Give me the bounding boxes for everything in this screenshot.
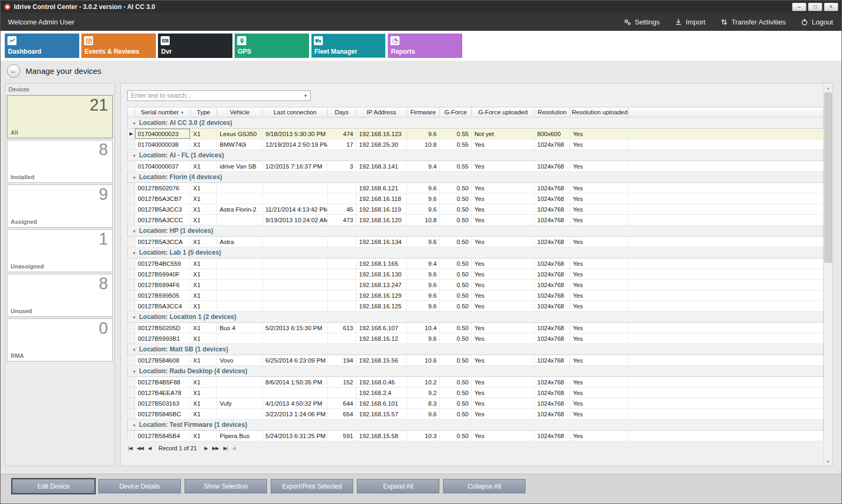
device-row[interactable]: 017040000038X1BMW740i12/19/2014 2:50:19 … bbox=[128, 139, 823, 150]
minimize-button[interactable]: – bbox=[792, 3, 806, 11]
column-header-g-force[interactable]: G-Force bbox=[440, 107, 472, 117]
device-row[interactable]: 00127B599505X1192.168.16.1299.60.50Yes10… bbox=[128, 290, 823, 301]
cell-resolution-uploaded: Yes bbox=[570, 333, 629, 344]
search-box[interactable]: ▼ bbox=[127, 90, 311, 101]
device-row[interactable]: 00127B50205DX1Bus 45/2/2013 6:15:30 PM61… bbox=[128, 323, 823, 333]
device-row[interactable]: 00127B5A3CCAX1Astra192.168.16.1349.60.50… bbox=[128, 237, 823, 247]
location-group-row[interactable]: ▾Location: Radu Desktop (4 devices) bbox=[128, 366, 823, 377]
tab-reports[interactable]: Reports bbox=[388, 33, 462, 58]
scroll-down-icon[interactable]: ▼ bbox=[824, 457, 832, 466]
collapse-group-icon[interactable]: ▾ bbox=[133, 423, 136, 428]
collapse-group-icon[interactable]: ▾ bbox=[133, 153, 136, 158]
device-row[interactable]: 00127B4BC559X1192.168.1.1659.40.50Yes102… bbox=[128, 258, 823, 269]
scroll-up-icon[interactable]: ▲ bbox=[824, 83, 832, 92]
cell-days bbox=[328, 333, 356, 344]
column-header-days[interactable]: Days bbox=[328, 107, 356, 117]
location-group-row[interactable]: ▾Location: Location 1 (2 devices) bbox=[128, 312, 823, 323]
logout-button[interactable]: Logout bbox=[801, 18, 833, 26]
device-row[interactable]: 00127B503163X1Vufy4/1/2013 4:50:32 PM644… bbox=[128, 398, 823, 409]
device-row[interactable]: 00127B59940FX1192.168.16.1309.60.50Yes10… bbox=[128, 269, 823, 280]
cell-firmware: 9.6 bbox=[407, 269, 440, 280]
cell-vehicle: Vovo bbox=[217, 355, 263, 366]
device-row[interactable]: 00127B5A3CC4X1192.168.16.1259.60.50Yes10… bbox=[128, 301, 823, 312]
expand-all-button[interactable]: Expand All bbox=[357, 479, 439, 493]
device-row[interactable]: 00127B5845BCX13/22/2013 1:24:06 PM654192… bbox=[128, 409, 823, 419]
location-group-row[interactable]: ▾Location: Test Firmware (1 devices) bbox=[128, 419, 823, 431]
pager-next-button-2[interactable]: ▶| bbox=[223, 446, 227, 451]
device-row[interactable]: ▶017040000023X1Lexus GS3509/18/2013 5:30… bbox=[128, 129, 823, 139]
location-group-row[interactable]: ▾Location: Lab 1 (5 devices) bbox=[128, 247, 823, 258]
column-header-serial-number[interactable]: Serial number▲ bbox=[135, 107, 190, 117]
edit-device-button[interactable]: Edit Device bbox=[12, 479, 95, 493]
import-button[interactable]: Import bbox=[674, 18, 705, 26]
collapse-group-icon[interactable]: ▾ bbox=[133, 175, 136, 180]
settings-button[interactable]: Settings bbox=[623, 18, 660, 26]
search-dropdown-icon[interactable]: ▼ bbox=[301, 91, 310, 100]
location-group-row[interactable]: ▾Location: AI CC 3.0 (2 devices) bbox=[128, 117, 823, 129]
tab-fleet-manager[interactable]: Fleet Manager bbox=[311, 33, 386, 58]
location-group-row[interactable]: ▾Location: Florin (4 devices) bbox=[128, 172, 823, 183]
device-filter-unassigned[interactable]: 1Unassigned bbox=[7, 229, 113, 272]
device-row[interactable]: 00127B5993B1X1192.168.16.129.60.50Yes102… bbox=[128, 333, 823, 344]
device-filter-rma[interactable]: 0RMA bbox=[7, 318, 113, 362]
tab-dvr[interactable]: Dvr bbox=[158, 33, 232, 58]
location-group-row[interactable]: ▾Location: HP (1 devices) bbox=[128, 225, 823, 237]
column-header-resolution[interactable]: Resolution bbox=[535, 107, 570, 117]
device-details-button[interactable]: Device Details bbox=[98, 479, 181, 493]
location-group-row[interactable]: ▾Location: AI - FL (1 devices) bbox=[128, 150, 823, 161]
pager-next-button-3[interactable]: ◀ bbox=[232, 446, 235, 451]
tab-label: Dvr bbox=[161, 48, 172, 55]
device-filter-unused[interactable]: 8Unused bbox=[7, 274, 113, 317]
back-button[interactable]: ← bbox=[7, 64, 20, 78]
pager-prev-button-2[interactable]: ◀ bbox=[148, 446, 151, 451]
column-header-firmware[interactable]: Firmware bbox=[407, 107, 440, 117]
transfer-activities-button[interactable]: Transfer Activities bbox=[720, 18, 786, 26]
collapse-group-icon[interactable]: ▾ bbox=[133, 229, 136, 234]
search-input[interactable] bbox=[128, 91, 301, 100]
device-row[interactable]: 00127B4B5F88X18/6/2014 1:50:35 PM152192.… bbox=[128, 377, 823, 388]
column-header-resolution-uploaded[interactable]: Resolution uploaded bbox=[570, 107, 629, 117]
column-header-ip-address[interactable]: IP Address bbox=[356, 107, 407, 117]
column-header-g-force-uploaded[interactable]: G-Force uploaded bbox=[472, 107, 535, 117]
device-row[interactable]: 00127B4EEA78X1192.168.2.49.20.50Yes1024x… bbox=[128, 388, 823, 398]
cell-type: X1 bbox=[190, 129, 217, 139]
collapse-group-icon[interactable]: ▾ bbox=[133, 369, 136, 374]
scrollbar-thumb[interactable] bbox=[824, 93, 832, 263]
group-cell: ▾Location: Matt SB (1 devices) bbox=[128, 344, 823, 355]
device-row[interactable]: 00127B5994F6X1192.168.13.2479.60.50Yes10… bbox=[128, 280, 823, 290]
device-row[interactable]: 00127B584608X1Vovo6/25/2014 6:23:09 PM19… bbox=[128, 355, 823, 366]
cell-firmware: 9.4 bbox=[407, 258, 440, 269]
device-filter-all[interactable]: 21All bbox=[7, 95, 113, 138]
device-filter-installed[interactable]: 8Installed bbox=[7, 140, 113, 183]
close-button[interactable]: × bbox=[824, 3, 838, 11]
tab-events-reviews[interactable]: Events & Reviews bbox=[81, 33, 156, 58]
device-row[interactable]: 00127B5A3CC3X1Astra Florin-211/21/2014 4… bbox=[128, 204, 823, 215]
tab-dashboard[interactable]: Dashboard bbox=[5, 33, 79, 58]
location-group-row[interactable]: ▾Location: Matt SB (1 devices) bbox=[128, 344, 823, 355]
collapse-group-icon[interactable]: ▾ bbox=[133, 250, 136, 256]
device-row[interactable]: 00127B502076X1192.168.6.1219.60.50Yes102… bbox=[128, 183, 823, 194]
collapse-group-icon[interactable]: ▾ bbox=[133, 347, 136, 352]
device-row[interactable]: 017040000037X1idrive Van SB1/2/2015 7:16… bbox=[128, 161, 823, 172]
cell-gforce-uploaded: Yes bbox=[472, 194, 535, 204]
tab-gps[interactable]: GPS bbox=[235, 33, 309, 58]
vertical-scrollbar[interactable]: ▲ ▼ bbox=[823, 83, 832, 466]
cell-gforce-uploaded: Yes bbox=[472, 280, 535, 290]
device-row[interactable]: 00127B5845B4X1Pipera Bus5/24/2013 6:31:2… bbox=[128, 431, 823, 441]
collapse-all-button[interactable]: Collapse All bbox=[443, 479, 526, 493]
maximize-button[interactable]: □ bbox=[808, 3, 822, 11]
pager-prev-button-0[interactable]: |◀ bbox=[128, 446, 132, 451]
export-print-selected-button[interactable]: Export/Print Selected bbox=[271, 479, 353, 493]
collapse-group-icon[interactable]: ▾ bbox=[133, 121, 136, 126]
show-selection-button[interactable]: Show Selection bbox=[185, 479, 267, 493]
device-row[interactable]: 00127B5A3CCCX19/19/2013 10:24:02 AM47319… bbox=[128, 215, 823, 225]
device-row[interactable]: 00127B5A3CB7X1192.168.16.1189.60.50Yes10… bbox=[128, 194, 823, 204]
column-header-vehicle[interactable]: Vehicle bbox=[217, 107, 263, 117]
pager-next-button-1[interactable]: ▶▶ bbox=[212, 446, 219, 451]
pager-next-button-0[interactable]: ▶ bbox=[204, 446, 207, 451]
column-header-type[interactable]: Type bbox=[190, 107, 217, 117]
pager-prev-button-1[interactable]: ◀◀ bbox=[137, 446, 143, 451]
column-header-last-connection[interactable]: Last connection bbox=[263, 107, 328, 117]
device-filter-assigned[interactable]: 9Assigned bbox=[7, 184, 113, 228]
collapse-group-icon[interactable]: ▾ bbox=[133, 315, 136, 320]
